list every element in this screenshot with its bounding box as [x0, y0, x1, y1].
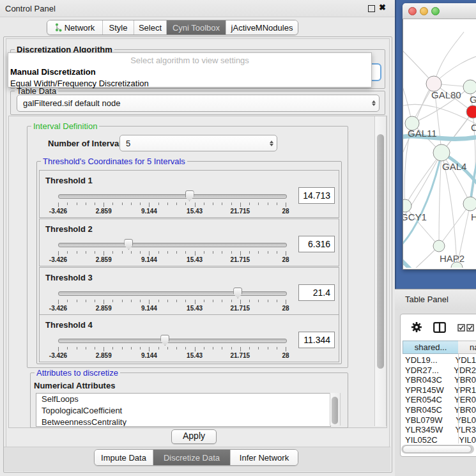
- checkbox-icon[interactable]: [466, 324, 474, 332]
- float-window-icon[interactable]: [368, 5, 375, 12]
- network-node-c[interactable]: [466, 105, 476, 118]
- table-row[interactable]: YLR345WYLR3: [403, 425, 476, 435]
- network-node-label: H: [471, 211, 476, 222]
- tick-label: 21.715: [231, 352, 250, 359]
- table-cell-name: YDR2: [449, 365, 476, 376]
- num-intervals-combobox[interactable]: 5: [119, 135, 277, 151]
- tick-mark: [86, 251, 86, 254]
- threshold-value-input[interactable]: 6.316: [298, 236, 335, 252]
- tick-mark: [86, 347, 86, 349]
- tick-mark: [195, 251, 196, 256]
- threshold-slider-handle[interactable]: [160, 335, 169, 346]
- close-icon[interactable]: ✖: [379, 3, 386, 12]
- table-horizontal-scrollbar[interactable]: [401, 445, 474, 454]
- tab-label: Select: [139, 23, 162, 33]
- numerical-attributes-label: Numerical Attributes: [34, 381, 115, 390]
- tick-label: 21.715: [231, 256, 250, 263]
- table-hscrollbar-thumb[interactable]: [403, 445, 472, 453]
- table-cell-shared-name: YBL079W: [403, 415, 450, 426]
- numerical-attributes-list[interactable]: SelfLoopsTopologicalCoefficientBetweenne…: [36, 393, 331, 427]
- gear-icon[interactable]: [411, 321, 422, 333]
- network-node-ga[interactable]: [463, 80, 476, 94]
- settings-scrollbar-thumb[interactable]: [377, 134, 384, 369]
- attribute-list-item[interactable]: TopologicalCoefficient: [36, 405, 330, 417]
- tick-mark: [176, 347, 177, 349]
- table-row[interactable]: YIL052CYIL0: [403, 435, 476, 445]
- column-header-shared-name[interactable]: shared...: [403, 341, 459, 354]
- checkbox-icon[interactable]: [457, 324, 465, 332]
- tab-style[interactable]: Style: [102, 20, 134, 35]
- tab-cyni-toolbox[interactable]: Cyni Toolbox: [166, 20, 226, 35]
- table-row[interactable]: YDL19...YDL1: [403, 355, 476, 365]
- split-columns-icon[interactable]: [433, 322, 446, 333]
- tick-mark: [77, 251, 77, 254]
- tick-mark: [131, 203, 132, 205]
- tab-label: Cyni Toolbox: [173, 23, 220, 33]
- threshold-slider-track[interactable]: [58, 339, 287, 343]
- table-cell-shared-name: YIL052C: [403, 435, 454, 445]
- table-row[interactable]: YDR27...YDR2: [403, 365, 476, 376]
- tab-impute-data[interactable]: Impute Data: [95, 450, 153, 465]
- threshold-value-input[interactable]: 21.4: [298, 284, 335, 301]
- tick-mark: [67, 300, 68, 302]
- tick-mark: [286, 347, 286, 351]
- tick-mark: [268, 300, 268, 302]
- table-cell-name: YPR1: [449, 385, 476, 395]
- threshold-value-input[interactable]: 11.344: [298, 332, 335, 348]
- combo-stepper-icon: [369, 100, 379, 106]
- dropdown-option-equal-width[interactable]: Equal Width/Frequency Discretization: [8, 78, 371, 89]
- column-header-name[interactable]: na: [458, 341, 476, 354]
- table-data-combobox[interactable]: galFiltered.sif default node: [17, 95, 380, 112]
- tick-mark: [258, 300, 259, 302]
- network-node-gal4[interactable]: [433, 144, 450, 161]
- threshold-slider-track[interactable]: [58, 243, 287, 247]
- tab-infer-network[interactable]: Infer Network: [230, 450, 298, 465]
- tab-label: Style: [109, 23, 128, 33]
- zoom-traffic-light[interactable]: [431, 7, 440, 15]
- table-panel-title: Table Panel: [405, 295, 449, 304]
- network-canvas[interactable]: GAL80GACGAL11GAL4GCY1HHAP2: [403, 19, 476, 268]
- panel-title: Control Panel: [5, 4, 56, 13]
- tick-label: 2.859: [96, 256, 112, 263]
- tab-label: Infer Network: [240, 453, 289, 463]
- network-node-gcy1[interactable]: [403, 199, 411, 212]
- tab-jactivemnodules[interactable]: jActiveMNodules: [226, 20, 298, 35]
- threshold-slider-handle[interactable]: [233, 288, 242, 298]
- table-row[interactable]: YBL079WYBL0: [403, 415, 476, 426]
- tab-network[interactable]: Network: [47, 20, 102, 35]
- tick-mark: [95, 203, 95, 205]
- threshold-slider-track[interactable]: [58, 291, 287, 296]
- close-traffic-light[interactable]: [408, 7, 417, 15]
- dropdown-option-manual[interactable]: Manual Discretization: [8, 66, 371, 78]
- dropdown-placeholder: Select algorithm to view settings: [8, 53, 371, 66]
- table-cell-name: YDL1: [450, 355, 476, 365]
- threshold-slider-track[interactable]: [58, 194, 287, 199]
- tab-select[interactable]: Select: [134, 20, 166, 35]
- network-node-hap2[interactable]: [433, 240, 445, 252]
- table-row[interactable]: YBR043CYBR0: [403, 375, 476, 385]
- table-panel-titlebar: Table Panel: [395, 289, 476, 311]
- tick-mark: [268, 251, 268, 254]
- threshold-slider-handle[interactable]: [185, 190, 194, 201]
- tab-discretize-data[interactable]: Discretize Data: [153, 450, 230, 465]
- threshold-slider-handle[interactable]: [124, 239, 133, 250]
- control-panel-titlebar: [0, 0, 395, 17]
- network-node-label: GAL11: [408, 128, 437, 139]
- table-row[interactable]: YER054CYER0: [403, 395, 476, 405]
- settings-vertical-scrollbar[interactable]: [374, 116, 387, 426]
- attribute-list-item[interactable]: BetweennessCentrality: [36, 417, 330, 427]
- minimize-traffic-light[interactable]: [420, 7, 428, 15]
- tick-label: 2.859: [96, 352, 112, 359]
- table-row[interactable]: YPR145WYPR1: [403, 385, 476, 395]
- table-row[interactable]: YBR045CYBR0: [403, 405, 476, 415]
- attributes-scrollbar-thumb[interactable]: [332, 397, 338, 424]
- tick-mark: [213, 347, 213, 349]
- attribute-list-item[interactable]: SelfLoops: [36, 394, 330, 405]
- attributes-list-scrollbar[interactable]: [330, 393, 341, 426]
- threshold-value-input[interactable]: 14.713: [298, 187, 335, 204]
- network-node-h[interactable]: [463, 197, 476, 211]
- tick-mark: [67, 251, 68, 254]
- tick-label: 21.715: [231, 208, 250, 215]
- tick-mark: [240, 347, 241, 351]
- apply-button[interactable]: Apply: [171, 429, 217, 444]
